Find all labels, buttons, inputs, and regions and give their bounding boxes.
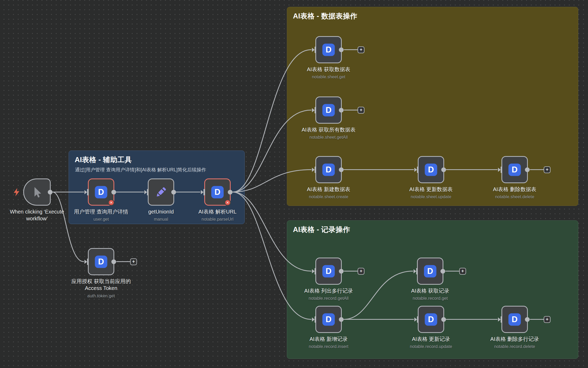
group-title: AI表格 - 辅助工具 bbox=[75, 155, 132, 164]
input-port[interactable] bbox=[414, 167, 419, 173]
node-title: AI表格 新增记录 bbox=[278, 336, 379, 342]
node-record-getall[interactable]: D bbox=[315, 258, 342, 285]
node-sheet-getall[interactable]: D bbox=[315, 96, 342, 124]
input-port[interactable] bbox=[498, 167, 502, 173]
input-port[interactable] bbox=[414, 316, 419, 323]
node-trigger[interactable] bbox=[23, 178, 51, 206]
dingtalk-d-icon: D bbox=[425, 163, 437, 176]
node-subtitle: notable.record.get bbox=[380, 296, 480, 301]
add-node-button[interactable]: + bbox=[358, 107, 364, 114]
input-port[interactable] bbox=[312, 47, 316, 53]
node-user-get[interactable]: D✕ bbox=[88, 178, 114, 206]
node-auth-token[interactable]: D bbox=[88, 248, 114, 275]
add-node-button[interactable]: + bbox=[544, 316, 551, 323]
output-port[interactable] bbox=[440, 269, 445, 274]
add-node-button[interactable]: + bbox=[459, 268, 466, 275]
node-sheet-get[interactable]: D bbox=[315, 36, 342, 63]
error-badge: ✕ bbox=[108, 199, 115, 206]
group-title: AI表格 - 数据表操作 bbox=[293, 11, 357, 21]
output-port[interactable] bbox=[441, 167, 446, 172]
node-title: AI表格 删除多行记录 bbox=[464, 336, 565, 342]
node-subtitle: notable.sheet.getAll bbox=[278, 135, 379, 140]
node-sheet-update[interactable]: D bbox=[418, 156, 444, 183]
add-node-button[interactable]: + bbox=[544, 166, 551, 173]
dingtalk-d-icon: D bbox=[323, 43, 335, 56]
output-port[interactable] bbox=[525, 167, 530, 172]
error-badge: ✕ bbox=[224, 199, 231, 206]
output-port[interactable] bbox=[441, 317, 446, 322]
node-title: AI表格 新建数据表 bbox=[278, 186, 379, 193]
node-record-get[interactable]: D bbox=[417, 258, 443, 285]
node-subtitle: notable.record.getAll bbox=[278, 296, 379, 301]
node-title: AI表格 获取所有数据表 bbox=[278, 126, 379, 133]
add-node-button[interactable]: + bbox=[130, 258, 137, 265]
input-port[interactable] bbox=[414, 268, 418, 274]
node-title: AI表格 列出多行记录 bbox=[278, 287, 379, 294]
group-subtitle: 通过[用户管理 查询用户详情]和[AI表格 解析URL]简化后续操作 bbox=[75, 167, 206, 173]
dingtalk-d-icon: D bbox=[211, 186, 224, 198]
node-title: AI表格 获取记录 bbox=[380, 287, 480, 294]
node-subtitle: auth.token.get bbox=[51, 293, 151, 298]
node-sheet-delete[interactable]: D bbox=[501, 156, 528, 183]
dingtalk-d-icon: D bbox=[323, 313, 335, 326]
node-record-insert[interactable]: D bbox=[315, 306, 342, 333]
dingtalk-d-icon: D bbox=[323, 104, 335, 116]
node-title: AI表格 解析URL bbox=[167, 208, 268, 215]
node-subtitle: notable.parseUrl bbox=[167, 217, 268, 222]
output-port[interactable] bbox=[339, 108, 344, 113]
workflow-canvas[interactable]: AI表格 - 辅助工具通过[用户管理 查询用户详情]和[AI表格 解析URL]简… bbox=[0, 0, 588, 368]
output-port[interactable] bbox=[339, 167, 344, 172]
input-port[interactable] bbox=[201, 189, 205, 195]
output-port[interactable] bbox=[111, 190, 116, 195]
output-port[interactable] bbox=[339, 269, 344, 274]
input-port[interactable] bbox=[312, 316, 316, 323]
dingtalk-d-icon: D bbox=[509, 313, 521, 326]
node-title: 应用授权 获取当前应用的 Access Token bbox=[51, 278, 151, 292]
output-port[interactable] bbox=[525, 317, 530, 322]
add-node-button[interactable]: + bbox=[358, 46, 364, 53]
output-port[interactable] bbox=[339, 317, 344, 322]
dingtalk-d-icon: D bbox=[509, 163, 521, 176]
output-port[interactable] bbox=[48, 190, 53, 195]
add-node-button[interactable]: + bbox=[358, 268, 364, 275]
cursor-icon bbox=[30, 185, 44, 199]
node-subtitle: notable.record.insert bbox=[278, 344, 379, 349]
output-port[interactable] bbox=[171, 190, 176, 195]
dingtalk-d-icon: D bbox=[323, 265, 335, 277]
node-subtitle: notable.sheet.delete bbox=[464, 194, 565, 199]
input-port[interactable] bbox=[312, 167, 316, 173]
node-subtitle: notable.sheet.create bbox=[278, 194, 379, 199]
trigger-bolt-icon bbox=[13, 188, 21, 197]
node-record-delete[interactable]: D bbox=[501, 306, 528, 333]
output-port[interactable] bbox=[228, 190, 233, 195]
node-title: AI表格 获取数据表 bbox=[278, 66, 379, 73]
output-port[interactable] bbox=[111, 259, 116, 264]
dingtalk-d-icon: D bbox=[323, 163, 335, 176]
node-parse-url[interactable]: D✕ bbox=[204, 178, 231, 206]
input-port[interactable] bbox=[144, 189, 149, 195]
group-title: AI表格 - 记录操作 bbox=[293, 225, 350, 234]
input-port[interactable] bbox=[84, 189, 89, 195]
input-port[interactable] bbox=[84, 259, 89, 265]
node-subtitle: notable.record.delete bbox=[464, 344, 565, 349]
dingtalk-d-icon: D bbox=[95, 255, 107, 268]
input-port[interactable] bbox=[312, 268, 316, 274]
node-record-update[interactable]: D bbox=[418, 306, 444, 333]
pencil-icon bbox=[154, 185, 168, 199]
node-title: AI表格 删除数据表 bbox=[464, 186, 565, 193]
dingtalk-d-icon: D bbox=[95, 186, 107, 198]
node-sheet-create[interactable]: D bbox=[315, 156, 342, 183]
output-port[interactable] bbox=[339, 47, 344, 52]
dingtalk-d-icon: D bbox=[424, 265, 437, 277]
input-port[interactable] bbox=[312, 107, 316, 113]
dingtalk-d-icon: D bbox=[425, 313, 437, 326]
node-get-union-id[interactable] bbox=[148, 178, 174, 206]
node-subtitle: notable.sheet.get bbox=[278, 74, 379, 79]
input-port[interactable] bbox=[498, 316, 502, 323]
